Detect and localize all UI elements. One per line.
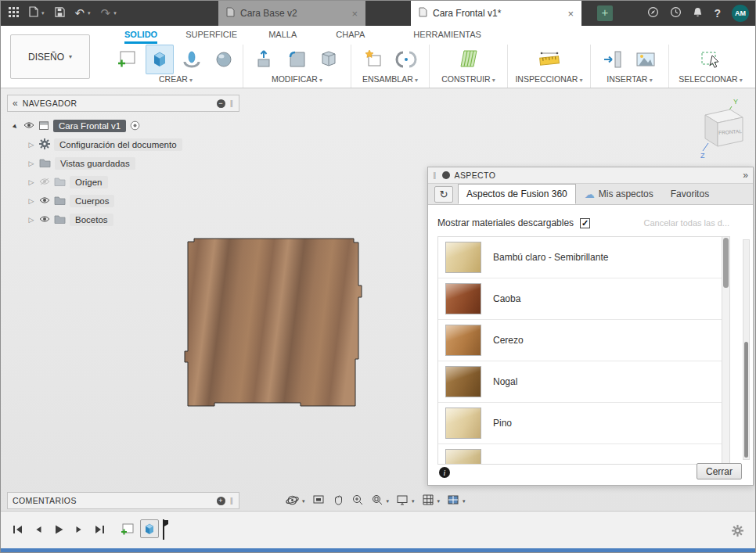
visibility-eye-icon[interactable] — [39, 215, 50, 224]
material-row[interactable]: Bambú claro - Semibrillante — [438, 237, 729, 278]
step-back-icon[interactable] — [33, 523, 44, 539]
tab-fusion-aspects[interactable]: Aspectos de Fusion 360 — [458, 184, 576, 204]
refresh-icon[interactable] — [434, 186, 453, 203]
group-label-inspeccionar[interactable]: INSPECCIONAR — [515, 74, 582, 88]
visibility-eye-icon[interactable] — [39, 196, 50, 206]
orbit-caret-icon[interactable]: ▾ — [302, 498, 305, 505]
grid-caret-icon[interactable]: ▾ — [437, 498, 441, 505]
expand-icon[interactable]: ▷ — [27, 141, 35, 149]
file-menu-icon[interactable] — [29, 6, 38, 20]
job-status-icon[interactable] — [647, 6, 659, 21]
tree-root-label[interactable]: Cara Frontal v1 — [53, 120, 126, 132]
info-icon[interactable] — [439, 467, 450, 478]
tab-solido[interactable]: SOLIDO — [124, 28, 157, 44]
tree-item-label[interactable]: Cuerpos — [70, 195, 114, 207]
dock-panel-icon[interactable] — [743, 170, 748, 181]
timeline-marker[interactable] — [162, 519, 169, 543]
tree-item-label[interactable]: Configuración del documento — [54, 138, 182, 151]
display-caret-icon[interactable]: ▾ — [412, 498, 415, 505]
go-to-end-icon[interactable] — [93, 523, 106, 539]
sphere-icon[interactable] — [210, 45, 238, 74]
material-row[interactable]: Cerezo — [438, 320, 729, 361]
tab-herramientas[interactable]: HERRAMIENTAS — [413, 28, 481, 44]
group-label-construir[interactable]: CONSTRUIR — [441, 74, 495, 88]
new-tab-button[interactable]: + — [597, 5, 613, 21]
dialog-scrollbar[interactable] — [743, 239, 750, 460]
doc-tab-cara-base[interactable]: Cara Base v2 × — [218, 1, 365, 26]
material-row[interactable]: Nogal — [438, 361, 729, 403]
tab-malla[interactable]: MALLA — [268, 28, 297, 44]
insert-image-icon[interactable] — [632, 45, 660, 74]
material-row[interactable] — [438, 444, 729, 465]
activate-component-icon[interactable] — [130, 120, 140, 132]
group-label-seleccionar[interactable]: SELECCIONAR — [679, 74, 743, 88]
group-label-ensamblar[interactable]: ENSAMBLAR — [362, 74, 418, 88]
undo-caret-icon[interactable]: ▾ — [88, 10, 91, 16]
visibility-eye-off-icon[interactable] — [39, 178, 50, 187]
close-tab-icon[interactable]: × — [351, 8, 358, 20]
tree-item-label[interactable]: Vistas guardadas — [55, 157, 135, 170]
material-row[interactable]: Caoba — [438, 278, 729, 320]
group-label-crear[interactable]: CREAR — [159, 74, 193, 88]
tree-item-label[interactable]: Bocetos — [70, 214, 113, 226]
save-icon[interactable] — [55, 6, 65, 20]
redo-caret-icon[interactable]: ▾ — [113, 10, 117, 16]
extrude-feature-icon[interactable] — [140, 519, 159, 538]
aspect-dialog-header[interactable]: ∥ ASPECTO — [428, 167, 753, 184]
group-label-modificar[interactable]: MODIFICAR — [272, 74, 322, 88]
joint-icon[interactable] — [392, 45, 420, 74]
pan-hand-icon[interactable] — [332, 494, 344, 509]
wood-body[interactable] — [183, 237, 363, 409]
collapse-panel-icon[interactable] — [13, 98, 18, 109]
revolve-icon[interactable] — [178, 45, 206, 74]
expand-icon[interactable]: ▷ — [27, 216, 35, 224]
list-scrollbar[interactable] — [722, 237, 729, 464]
undo-icon[interactable] — [75, 6, 85, 20]
viewcube[interactable]: Y FRONTAL Z — [682, 96, 747, 162]
avatar[interactable]: AM — [732, 5, 749, 22]
tab-favorites[interactable]: Favoritos — [662, 184, 718, 204]
doc-tab-cara-frontal[interactable]: Cara Frontal v1* × — [411, 1, 581, 26]
new-component-icon[interactable] — [360, 45, 388, 74]
file-menu-caret-icon[interactable]: ▾ — [41, 10, 45, 16]
go-to-start-icon[interactable] — [12, 523, 24, 539]
construction-plane-icon[interactable] — [455, 45, 483, 74]
tab-my-aspects[interactable]: Mis aspectos — [576, 184, 662, 204]
step-forward-icon[interactable] — [74, 523, 85, 539]
tree-item-label[interactable]: Origen — [70, 176, 108, 189]
create-sketch-icon[interactable] — [113, 45, 142, 74]
tab-chapa[interactable]: CHAPA — [336, 28, 365, 44]
select-icon[interactable] — [697, 45, 725, 74]
panel-grip-icon[interactable]: ∥ — [230, 497, 235, 505]
show-downloadable-checkbox[interactable] — [580, 218, 590, 228]
close-button[interactable]: Cerrar — [697, 463, 742, 479]
fit-view-icon[interactable] — [371, 494, 383, 509]
measure-icon[interactable] — [535, 45, 563, 74]
viewports-icon[interactable] — [447, 494, 459, 509]
tab-superficie[interactable]: SUPERFICIE — [185, 28, 237, 44]
sketch-feature-icon[interactable] — [118, 519, 137, 538]
press-pull-icon[interactable] — [251, 45, 279, 74]
extrude-icon[interactable] — [146, 45, 174, 74]
material-row[interactable]: Pino — [438, 403, 729, 444]
fit-caret-icon[interactable]: ▾ — [387, 498, 390, 505]
list-scrollbar-thumb[interactable] — [723, 238, 729, 288]
expand-icon[interactable]: ▷ — [27, 178, 35, 186]
expand-icon[interactable]: ▷ — [27, 197, 35, 205]
dialog-grip-icon[interactable]: ∥ — [433, 171, 437, 179]
play-icon[interactable] — [52, 523, 65, 539]
panel-minimize-icon[interactable]: − — [217, 99, 225, 108]
shell-icon[interactable] — [315, 45, 344, 74]
dialog-scrollbar-thumb[interactable] — [744, 342, 748, 458]
workspace-selector[interactable]: DISEÑO — [10, 34, 90, 79]
redo-icon[interactable] — [101, 6, 111, 20]
expand-icon[interactable]: ▸ — [10, 120, 22, 132]
history-clock-icon[interactable] — [670, 6, 682, 21]
look-at-icon[interactable] — [312, 494, 325, 509]
panel-expand-icon[interactable]: + — [217, 497, 225, 505]
grid-settings-icon[interactable] — [422, 494, 434, 509]
insert-derive-icon[interactable] — [599, 45, 628, 74]
group-label-insertar[interactable]: INSERTAR — [607, 74, 652, 88]
cancel-downloads-link[interactable]: Cancelar todas las d... — [644, 218, 729, 228]
zoom-icon[interactable] — [351, 494, 364, 509]
